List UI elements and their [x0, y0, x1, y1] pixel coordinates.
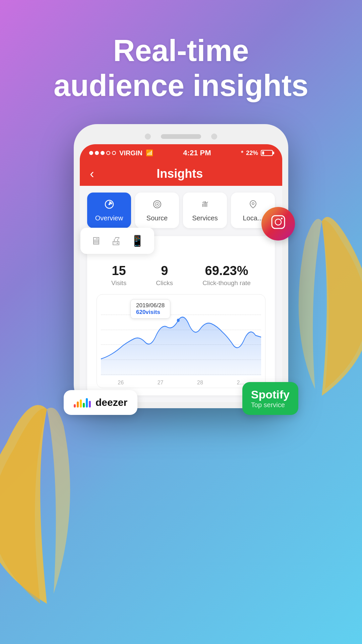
phone-speaker	[161, 134, 201, 139]
x-label-28: 28	[197, 380, 203, 386]
source-icon	[152, 199, 162, 212]
svg-point-9	[281, 218, 283, 219]
tab-services-label: Services	[192, 214, 218, 222]
instagram-badge[interactable]	[261, 207, 295, 240]
tab-location-label: Loca...	[243, 214, 263, 222]
back-button[interactable]: ‹	[90, 167, 94, 181]
svg-point-6	[177, 319, 180, 322]
tab-source[interactable]: Source	[135, 193, 179, 228]
phone-icon[interactable]: 📱	[131, 234, 144, 247]
stat-visits: 15 Visits	[111, 264, 126, 287]
chart-svg	[101, 305, 261, 376]
hero-text: Real-time audience insights	[0, 34, 362, 103]
stat-visits-label: Visits	[111, 279, 126, 287]
wifi-icon: 📶	[146, 149, 153, 157]
status-right: * 22%	[241, 150, 273, 157]
stat-ctr-value: 69.23%	[202, 264, 251, 278]
status-bar: VIRGIN 📶 4:21 PM * 22%	[80, 144, 282, 162]
spotify-badge: Spotify Top service	[242, 382, 298, 415]
svg-point-5	[252, 203, 254, 205]
carrier-label: VIRGIN	[119, 149, 142, 157]
deezer-badge: deezer	[64, 390, 137, 415]
stat-clicks: 9 Clicks	[156, 264, 173, 287]
overview-icon	[104, 199, 114, 212]
bluetooth-icon: *	[241, 150, 243, 157]
phone-screen: VIRGIN 📶 4:21 PM * 22% ‹ Insights	[80, 144, 282, 402]
desktop-icon[interactable]: 🖥	[90, 235, 101, 247]
svg-point-8	[275, 219, 281, 225]
monitor-icon[interactable]: 🖨	[111, 235, 121, 247]
deezer-name: deezer	[96, 397, 127, 408]
spotify-name: Spotify	[251, 388, 290, 401]
tooltip-date: 2019/06/28	[136, 302, 165, 309]
instagram-icon	[269, 213, 287, 235]
stat-clicks-label: Clicks	[156, 279, 173, 287]
tab-source-label: Source	[146, 214, 168, 222]
chart-tooltip: 2019/06/28 620visits	[130, 299, 170, 319]
tab-services[interactable]: Services	[183, 193, 227, 228]
phone-mockup: VIRGIN 📶 4:21 PM * 22% ‹ Insights	[74, 124, 288, 408]
x-label-26: 26	[118, 380, 124, 386]
chart-x-labels: 26 27 28 2...	[101, 380, 261, 386]
tab-row: Overview Source	[87, 193, 275, 228]
stat-visits-value: 15	[111, 264, 126, 278]
stats-row: 15 Visits 9 Clicks 69.23% Click-though r…	[97, 264, 265, 287]
svg-point-1	[108, 204, 110, 205]
signal-dots	[89, 151, 116, 155]
battery-fill	[262, 151, 264, 155]
x-label-29: 2...	[237, 380, 244, 386]
tab-overview-label: Overview	[95, 214, 123, 222]
phone-camera-right	[211, 133, 217, 140]
deezer-bars-icon	[74, 397, 91, 408]
stat-ctr: 69.23% Click-though rate	[202, 264, 251, 287]
battery-percent: 22%	[246, 150, 258, 157]
sources-card: Sources 15 Visits 9 Clicks 69.23% Click-	[87, 236, 275, 395]
spotify-sub: Top service	[251, 401, 290, 409]
status-left: VIRGIN 📶	[89, 149, 153, 157]
battery-bar	[261, 150, 273, 156]
phone-camera	[145, 133, 151, 140]
device-bar[interactable]: 🖥 🖨 📱	[80, 228, 154, 254]
tooltip-visits: 620visits	[136, 309, 165, 316]
services-icon	[200, 199, 210, 212]
x-label-27: 27	[158, 380, 164, 386]
status-time: 4:21 PM	[183, 149, 211, 157]
stat-clicks-value: 9	[156, 264, 173, 278]
svg-rect-7	[272, 216, 285, 228]
tab-overview[interactable]: Overview	[87, 193, 131, 228]
chart-container: 2019/06/28 620visits	[97, 294, 265, 388]
svg-point-4	[157, 204, 158, 205]
nav-bar: ‹ Insights	[80, 162, 282, 186]
nav-title: Insights	[101, 167, 259, 181]
stat-ctr-label: Click-though rate	[202, 279, 251, 287]
content-area: Overview Source	[80, 186, 282, 402]
phone-hardware-top	[80, 130, 282, 144]
location-icon	[248, 199, 258, 212]
